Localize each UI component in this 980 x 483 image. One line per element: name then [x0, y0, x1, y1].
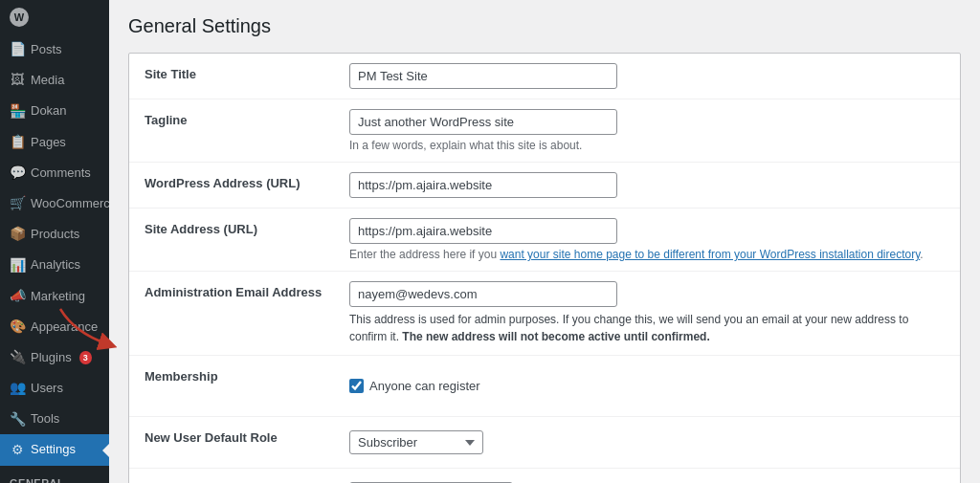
admin-email-label: Administration Email Address — [129, 272, 340, 313]
sidebar-general-section: General — [0, 466, 109, 483]
site-language-row: Site Language English (United States) 🌐 — [129, 469, 960, 483]
sidebar-label-woocommerce: WooCommerce — [31, 195, 109, 212]
sidebar-item-appearance[interactable]: 🎨 Appearance — [0, 312, 109, 342]
tagline-hint: In a few words, explain what this site i… — [349, 139, 945, 152]
site-language-value: English (United States) 🌐 — [340, 469, 960, 483]
sidebar-label-analytics: Analytics — [31, 256, 80, 274]
anyone-register-checkbox[interactable] — [349, 379, 364, 393]
wp-address-value — [340, 163, 960, 208]
tagline-label: Tagline — [129, 99, 340, 141]
site-title-label: Site Title — [129, 54, 340, 95]
membership-value: Anyone can register — [340, 356, 960, 416]
analytics-icon: 📊 — [10, 257, 25, 273]
sidebar-label-marketing: Marketing — [31, 288, 85, 305]
wp-address-label: WordPress Address (URL) — [129, 163, 340, 204]
sidebar-label-media: Media — [31, 72, 64, 89]
admin-email-hint-bold: The new address will not become active u… — [402, 330, 709, 343]
anyone-register-label[interactable]: Anyone can register — [369, 379, 480, 393]
wp-address-row: WordPress Address (URL) — [129, 163, 960, 209]
site-address-hint-suffix: . — [920, 248, 923, 261]
admin-email-value: This address is used for admin purposes.… — [340, 272, 960, 355]
sidebar-item-pages[interactable]: 📋 Pages — [0, 127, 109, 158]
dokan-icon: 🏪 — [10, 103, 25, 119]
sidebar-label-tools: Tools — [31, 410, 59, 428]
tagline-row: Tagline In a few words, explain what thi… — [129, 99, 960, 163]
users-icon: 👥 — [10, 381, 25, 396]
sidebar-label-plugins: Plugins — [31, 349, 72, 366]
main-content: General Settings Site Title Tagline In a… — [109, 0, 980, 483]
page-title: General Settings — [128, 15, 961, 37]
sidebar-label-appearance: Appearance — [31, 318, 98, 336]
sidebar-logo: W — [0, 0, 109, 34]
woocommerce-icon: 🛒 — [10, 196, 25, 211]
sidebar-item-settings[interactable]: ⚙ Settings — [0, 434, 109, 465]
site-address-value: Enter the address here if you want your … — [340, 209, 960, 271]
sidebar-label-comments: Comments — [31, 165, 91, 182]
sidebar-item-media[interactable]: 🖼 Media — [0, 65, 109, 96]
site-title-value — [340, 54, 960, 99]
sidebar-label-posts: Posts — [31, 41, 62, 58]
admin-email-input[interactable] — [349, 281, 617, 307]
sidebar: W 📄 Posts 🖼 Media 🏪 Dokan 📋 Pages 💬 Comm… — [0, 0, 109, 483]
admin-email-hint: This address is used for admin purposes.… — [349, 311, 943, 345]
sidebar-item-users[interactable]: 👥 Users — [0, 373, 109, 404]
plugins-icon: 🔌 — [10, 350, 25, 365]
comments-icon: 💬 — [10, 165, 25, 181]
pages-icon: 📋 — [10, 135, 25, 150]
appearance-icon: 🎨 — [10, 319, 25, 335]
sidebar-item-woocommerce[interactable]: 🛒 WooCommerce — [0, 188, 109, 219]
new-user-role-row: New User Default Role Subscriber Contrib… — [129, 417, 960, 469]
membership-checkbox-row: Anyone can register — [349, 365, 945, 406]
new-user-role-select[interactable]: Subscriber Contributor Author Editor Adm… — [349, 430, 483, 454]
site-address-label: Site Address (URL) — [129, 209, 340, 250]
membership-row: Membership Anyone can register — [129, 356, 960, 417]
site-address-row: Site Address (URL) Enter the address her… — [129, 209, 960, 272]
new-user-role-value: Subscriber Contributor Author Editor Adm… — [340, 417, 960, 468]
tagline-value: In a few words, explain what this site i… — [340, 99, 960, 162]
wordpress-icon: W — [10, 8, 29, 27]
settings-icon: ⚙ — [10, 443, 25, 458]
site-title-row: Site Title — [129, 54, 960, 99]
site-language-label: Site Language — [129, 469, 340, 483]
sidebar-item-posts[interactable]: 📄 Posts — [0, 34, 109, 65]
sidebar-item-comments[interactable]: 💬 Comments — [0, 158, 109, 188]
new-user-role-label: New User Default Role — [129, 417, 340, 458]
media-icon: 🖼 — [10, 73, 25, 88]
posts-icon: 📄 — [10, 42, 25, 57]
admin-email-row: Administration Email Address This addres… — [129, 272, 960, 356]
sidebar-label-dokan: Dokan — [31, 102, 67, 120]
marketing-icon: 📣 — [10, 289, 25, 304]
sidebar-item-products[interactable]: 📦 Products — [0, 219, 109, 250]
sidebar-label-products: Products — [31, 226, 79, 243]
plugins-badge: 3 — [79, 351, 92, 365]
sidebar-label-pages: Pages — [31, 134, 66, 151]
sidebar-label-settings: Settings — [31, 441, 76, 458]
sidebar-item-dokan[interactable]: 🏪 Dokan — [0, 96, 109, 126]
site-address-hint-prefix: Enter the address here if you — [349, 248, 500, 261]
sidebar-label-users: Users — [31, 380, 63, 397]
sidebar-item-marketing[interactable]: 📣 Marketing — [0, 281, 109, 312]
membership-label: Membership — [129, 356, 340, 397]
site-address-input[interactable] — [349, 218, 617, 244]
sidebar-item-plugins[interactable]: 🔌 Plugins 3 — [0, 342, 109, 373]
wp-address-input[interactable] — [349, 172, 617, 198]
sidebar-item-analytics[interactable]: 📊 Analytics — [0, 250, 109, 280]
settings-active-arrow — [102, 443, 109, 458]
site-address-hint-link[interactable]: want your site home page to be different… — [500, 248, 920, 261]
products-icon: 📦 — [10, 227, 25, 242]
tools-icon: 🔧 — [10, 411, 25, 427]
site-address-hint: Enter the address here if you want your … — [349, 248, 945, 261]
tagline-input[interactable] — [349, 109, 617, 135]
site-title-input[interactable] — [349, 63, 617, 89]
sidebar-item-tools[interactable]: 🔧 Tools — [0, 404, 109, 434]
